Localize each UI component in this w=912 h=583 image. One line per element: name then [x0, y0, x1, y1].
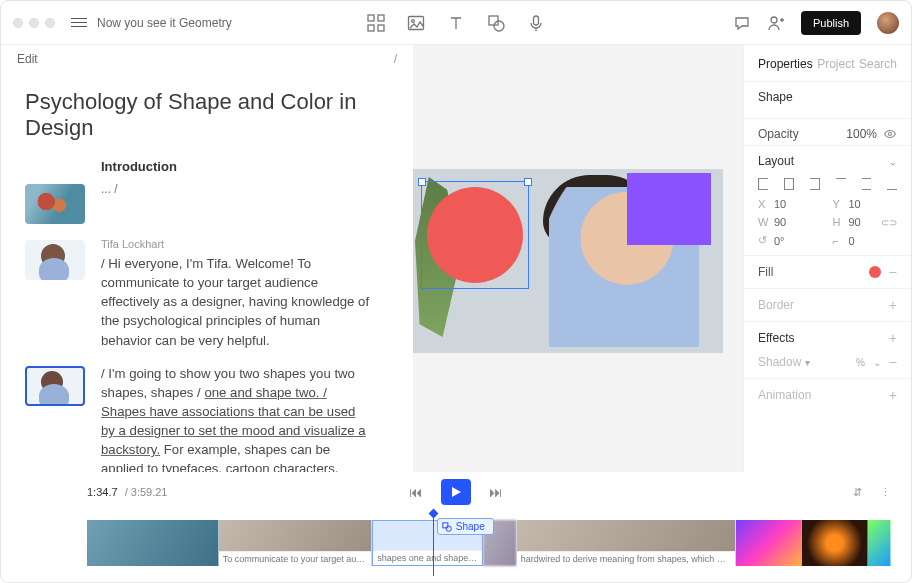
section-shadow[interactable]: Shadow ▾ % ⌄ − [744, 354, 911, 378]
animation-label: Animation [758, 388, 811, 402]
timeline-shape-tag[interactable]: Shape [437, 518, 494, 535]
y-value[interactable]: 10 [849, 198, 861, 210]
align-top-icon[interactable] [836, 178, 846, 190]
tab-project[interactable]: Project [817, 57, 854, 71]
timeline-clip-1[interactable] [87, 520, 219, 566]
transport-bar: 1:34.7 / 3:59.21 ⏮ ⏭ ⇵ ⋮ [1, 472, 911, 512]
timeline-clip-2[interactable]: To communicate to your target audience..… [219, 520, 372, 566]
paragraph-1[interactable]: / Hi everyone, I'm Tifa. Welcome! To com… [101, 254, 371, 350]
svg-point-9 [771, 17, 777, 23]
border-label: Border [758, 298, 794, 312]
h-label: H [833, 216, 843, 228]
w-value[interactable]: 90 [774, 216, 786, 228]
fill-swatch[interactable] [869, 266, 881, 278]
r-value[interactable]: 0° [774, 235, 785, 247]
playback-controls: ⏮ ⏭ [409, 479, 503, 505]
timeline-clip-8[interactable] [868, 520, 891, 566]
timeline-playhead[interactable] [433, 512, 434, 576]
menu-icon[interactable] [71, 18, 87, 27]
tab-properties[interactable]: Properties [758, 57, 813, 71]
opacity-label: Opacity [758, 127, 799, 141]
chevron-down-icon[interactable]: ⌃ [889, 156, 897, 167]
block-2: Tifa Lockhart / Hi everyone, I'm Tifa. W… [25, 238, 403, 350]
window-traffic-lights [13, 18, 55, 28]
shadow-pct[interactable]: % [856, 357, 865, 368]
path-divider: / [394, 52, 397, 66]
clip-thumb-tifa-2-selected[interactable] [25, 366, 85, 406]
align-row [758, 174, 897, 198]
clip-thumb-tifa-1[interactable] [25, 240, 85, 280]
x-value[interactable]: 10 [774, 198, 786, 210]
traffic-min[interactable] [29, 18, 39, 28]
comment-icon[interactable] [733, 14, 751, 32]
traffic-max[interactable] [45, 18, 55, 28]
tab-search[interactable]: Search [859, 57, 897, 71]
add-animation-icon[interactable]: + [889, 387, 897, 403]
c-value[interactable]: 0 [849, 235, 855, 247]
svg-rect-3 [378, 25, 384, 31]
microphone-icon[interactable] [527, 14, 545, 32]
svg-point-12 [446, 526, 451, 531]
clip-thumb-pool[interactable] [25, 184, 85, 224]
clip-caption-2: To communicate to your target audience..… [219, 551, 371, 566]
timeline-clip-6[interactable] [736, 520, 802, 566]
align-center-h-icon[interactable] [784, 178, 794, 190]
toolbar-right: Publish [733, 11, 899, 35]
opacity-row: Opacity 100% [744, 118, 911, 145]
time-total: 3:59.21 [131, 486, 168, 498]
fill-label: Fill [758, 265, 773, 279]
h-value[interactable]: 90 [849, 216, 861, 228]
svg-point-5 [412, 19, 415, 22]
align-center-v-icon[interactable] [862, 178, 872, 190]
shadow-toggle-icon[interactable]: ⌄ [873, 357, 881, 368]
step-forward-icon[interactable]: ⏭ [489, 484, 503, 500]
section-border[interactable]: Border + [744, 288, 911, 321]
timeline-clip-7[interactable] [802, 520, 868, 566]
effects-label: Effects [758, 331, 794, 345]
image-icon[interactable] [407, 14, 425, 32]
traffic-close[interactable] [13, 18, 23, 28]
intro-heading[interactable]: Introduction [101, 159, 403, 174]
publish-button[interactable]: Publish [801, 11, 861, 35]
timeline-clip-5[interactable]: hardwired to derive meaning from shapes,… [517, 520, 736, 566]
x-label: X [758, 198, 768, 210]
svg-rect-1 [378, 15, 384, 21]
link-wh-icon[interactable]: ⊂⊃ [881, 217, 897, 228]
step-back-icon[interactable]: ⏮ [409, 484, 423, 500]
user-avatar[interactable] [877, 12, 899, 34]
shape-selection-box[interactable] [421, 181, 529, 289]
section-effects[interactable]: Effects + [744, 321, 911, 354]
edit-label[interactable]: Edit [17, 52, 38, 66]
timeline[interactable]: To communicate to your target audience..… [1, 512, 911, 582]
shape-icon[interactable] [487, 14, 505, 32]
opacity-value[interactable]: 100% [846, 127, 877, 141]
align-right-icon[interactable] [810, 178, 820, 190]
visibility-eye-icon[interactable] [883, 127, 897, 141]
page-title[interactable]: Psychology of Shape and Color in Design [25, 89, 403, 141]
section-animation[interactable]: Animation + [744, 378, 911, 411]
add-effect-icon[interactable]: + [889, 330, 897, 346]
align-bottom-icon[interactable] [887, 178, 897, 190]
section-fill: Fill − [744, 255, 911, 288]
timeline-collapse-icon[interactable]: ⇵ [853, 486, 862, 499]
document-title[interactable]: Now you see it Geometry [97, 16, 232, 30]
r-label: ↺ [758, 234, 768, 247]
clip-caption-5: hardwired to derive meaning from shapes,… [517, 551, 735, 566]
align-left-icon[interactable] [758, 178, 768, 190]
more-icon[interactable]: ⋮ [880, 486, 891, 499]
add-border-icon[interactable]: + [889, 297, 897, 313]
layout-grid-icon[interactable] [367, 14, 385, 32]
paragraph-2[interactable]: / I'm going to show you two shapes you t… [101, 364, 371, 472]
text-icon[interactable] [447, 14, 465, 32]
svg-rect-2 [368, 25, 374, 31]
purple-square-shape[interactable] [627, 173, 711, 245]
preview-pane[interactable] [413, 45, 743, 472]
play-button[interactable] [441, 479, 471, 505]
shape-label: Shape [758, 90, 793, 104]
toprow: Edit / [11, 45, 403, 73]
inspector-panel: Properties Project Search Shape Opacity … [743, 45, 911, 472]
time-current: 1:34.7 [87, 486, 118, 498]
remove-shadow-icon[interactable]: − [889, 354, 897, 370]
share-user-icon[interactable] [767, 14, 785, 32]
remove-fill-icon[interactable]: − [889, 264, 897, 280]
